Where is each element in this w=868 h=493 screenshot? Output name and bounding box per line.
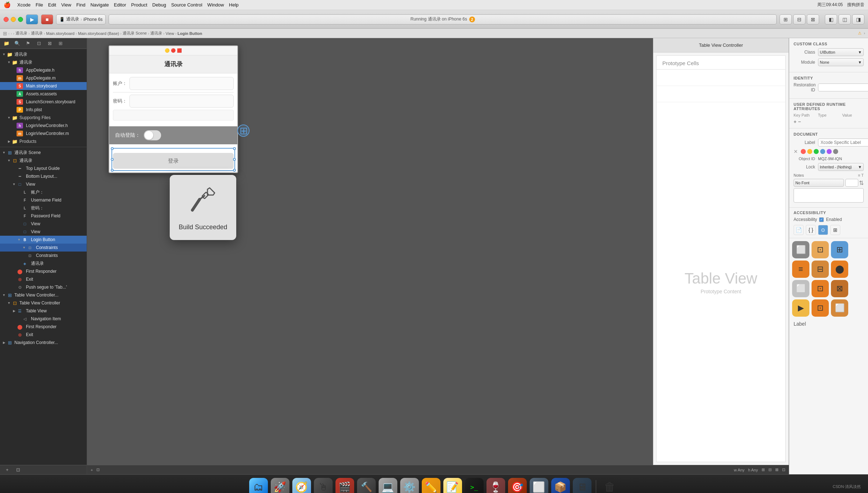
- accessibility-checkbox[interactable]: ✓: [819, 217, 824, 222]
- sidebar-item-loginvc-m[interactable]: m LoginViewController.m: [0, 130, 87, 137]
- dock-sketch[interactable]: ✏️: [422, 478, 440, 493]
- menu-view[interactable]: View: [61, 2, 71, 8]
- sidebar-item-appdelegate-h[interactable]: h AppDelegate.h: [0, 66, 87, 74]
- sidebar-item-tvc[interactable]: ▼ ⊡ Table View Controller: [0, 299, 87, 307]
- menu-help[interactable]: Help: [229, 2, 239, 8]
- color-blue[interactable]: [820, 149, 825, 154]
- scheme-selector[interactable]: 📱 通讯录 › iPhone 6s: [56, 14, 106, 24]
- sidebar-item-view-main[interactable]: ▼ □ View: [0, 180, 87, 188]
- menu-find[interactable]: Find: [76, 2, 85, 8]
- font-select[interactable]: No Font: [794, 179, 844, 187]
- close-button[interactable]: [4, 17, 9, 22]
- password-input[interactable]: [129, 95, 234, 108]
- menu-edit[interactable]: Edit: [48, 2, 56, 8]
- sidebar-item-exit-2[interactable]: ⊗ Exit: [0, 331, 87, 339]
- sidebar-breakpoints-icon[interactable]: ⊠: [45, 40, 54, 48]
- icon-grid-item[interactable]: ⊞: [831, 241, 848, 258]
- bc-forward[interactable]: ›: [11, 31, 12, 36]
- auto-login-toggle[interactable]: [144, 130, 161, 140]
- icon-grid-item[interactable]: ≡: [792, 261, 809, 278]
- bc-item6[interactable]: 通讯录: [150, 31, 162, 36]
- sidebar-item-first-responder-2[interactable]: ⬤ First Responder: [0, 323, 87, 331]
- bc-item7[interactable]: View: [166, 31, 174, 36]
- segue-circle-icon[interactable]: ⊞: [237, 125, 250, 137]
- username-input[interactable]: [129, 77, 234, 90]
- filter-button[interactable]: ⊡: [14, 466, 22, 474]
- sidebar-item-nav-controller[interactable]: ▶ ⊞ Navigation Controller...: [0, 339, 87, 347]
- minimize-button[interactable]: [11, 17, 16, 22]
- sidebar-item-constraints[interactable]: ⊡ Constraints: [0, 252, 87, 259]
- restoration-input[interactable]: [818, 83, 868, 91]
- sidebar-item-assets[interactable]: A Assets.xcassets: [0, 90, 87, 98]
- view-as-button[interactable]: ⊞: [762, 467, 765, 472]
- apple-menu-icon[interactable]: 🍎: [4, 1, 11, 8]
- acc-grid-icon[interactable]: ⊞: [830, 225, 840, 235]
- sidebar-item-view-sub1[interactable]: □ View: [0, 220, 87, 228]
- sidebar-search-icon[interactable]: 🔍: [13, 40, 22, 48]
- icon-grid-item[interactable]: ⊠: [831, 280, 848, 297]
- sidebar-item-constraints-group[interactable]: ▼ ⊡ Constraints: [0, 244, 87, 252]
- sidebar-item-tvc-scene[interactable]: ▼ ⊞ Table View Controller...: [0, 291, 87, 299]
- dock-safari[interactable]: 🧭: [292, 478, 311, 493]
- sidebar-folder-icon[interactable]: 📁: [2, 40, 11, 48]
- split-view-button[interactable]: ⊞: [780, 14, 792, 24]
- font-size-input[interactable]: [845, 179, 858, 187]
- bc-item1[interactable]: 通讯录: [15, 31, 27, 36]
- sidebar-item-label-user[interactable]: L 账户：: [0, 188, 87, 196]
- navigator-button[interactable]: ◧: [825, 14, 837, 24]
- sidebar-item-appdelegate-m[interactable]: m AppDelegate.m: [0, 74, 87, 82]
- color-gray[interactable]: [833, 149, 838, 154]
- sidebar-item-view-sub2[interactable]: □ View: [0, 228, 87, 236]
- dock-media[interactable]: 🎬: [335, 478, 354, 493]
- icon-grid-item[interactable]: ⊟: [812, 261, 829, 278]
- sidebar-item-top-layout[interactable]: ━ Top Layout Guide: [0, 164, 87, 172]
- dock-preferences[interactable]: ⚙️: [400, 478, 419, 493]
- icon-grid-item[interactable]: ⬜: [831, 299, 848, 317]
- sidebar-item-push-segue[interactable]: ⊙ Push segue to 'Tab...': [0, 283, 87, 291]
- bc-sidebar-toggle[interactable]: ⊞: [3, 31, 7, 36]
- fullscreen-button[interactable]: [18, 17, 23, 22]
- login-button[interactable]: 登录: [113, 153, 234, 169]
- sidebar-item-group[interactable]: ▼ 📁 通讯录: [0, 58, 87, 66]
- acc-target-icon[interactable]: ⊙: [818, 225, 828, 235]
- assistant-editor-button[interactable]: ⊟: [793, 14, 805, 24]
- color-purple[interactable]: [827, 149, 832, 154]
- dock-wine[interactable]: 🍷: [486, 478, 505, 493]
- dock-notes[interactable]: 📝: [443, 478, 462, 493]
- sidebar-reports-icon[interactable]: ⊞: [56, 40, 65, 48]
- menu-editor[interactable]: Editor: [114, 2, 126, 8]
- dock-trash[interactable]: 🗑: [600, 478, 619, 493]
- sidebar-item-navigation-item[interactable]: ◁ Navigation Item: [0, 315, 87, 323]
- sidebar-item-tong-label[interactable]: ◈ 通讯录: [0, 259, 87, 267]
- constraint-button[interactable]: ⊟: [768, 467, 772, 472]
- stop-button[interactable]: ■: [41, 14, 53, 24]
- sidebar-item-infoplist[interactable]: P Info.plist: [0, 106, 87, 114]
- sidebar-item-project[interactable]: ▼ 📁 通讯录: [0, 50, 87, 58]
- utilities-button[interactable]: ◨: [852, 14, 864, 24]
- dock-app4[interactable]: 🖥: [573, 478, 591, 493]
- icon-grid-item[interactable]: ▶: [792, 299, 809, 317]
- sidebar-filter-icon[interactable]: ⚑: [24, 40, 32, 48]
- color-x-button[interactable]: ✕: [794, 149, 798, 154]
- class-select[interactable]: UIButton ▼: [818, 48, 864, 56]
- canvas-area[interactable]: 🟡 🔴 🟥 通讯录 账户：: [87, 38, 653, 465]
- sidebar-item-bottom-layout[interactable]: ━ Bottom Layout...: [0, 172, 87, 180]
- icon-grid-item[interactable]: ⬜: [792, 241, 809, 258]
- dock-mouse[interactable]: 🖱: [314, 478, 333, 493]
- sidebar-item-products[interactable]: ▶ 📁 Products: [0, 137, 87, 145]
- run-button[interactable]: ▶: [26, 14, 38, 24]
- icon-grid-item[interactable]: ⬤: [831, 261, 848, 278]
- acc-doc-icon[interactable]: 📄: [794, 225, 804, 235]
- sidebar-item-launchscreen[interactable]: S LaunchScreen.storyboard: [0, 98, 87, 106]
- menubar-input-method[interactable]: 搜狗拼音: [847, 2, 864, 8]
- sidebar-item-table-view[interactable]: ▶ ☰ Table View: [0, 307, 87, 315]
- dock-finder[interactable]: 🗂: [249, 478, 268, 493]
- sidebar-item-label-pw[interactable]: L 密码：: [0, 204, 87, 212]
- menu-window[interactable]: Window: [207, 2, 224, 8]
- doc-label-input[interactable]: [818, 139, 868, 146]
- sidebar-item-password-field[interactable]: F Password Field: [0, 212, 87, 220]
- bc-item2[interactable]: 通讯录: [31, 31, 43, 36]
- bc-item5[interactable]: 通讯录 Scene: [123, 31, 147, 36]
- menu-source-control[interactable]: Source Control: [171, 2, 202, 8]
- sidebar-item-supporting-files[interactable]: ▼ 📁 Supporting Files: [0, 114, 87, 122]
